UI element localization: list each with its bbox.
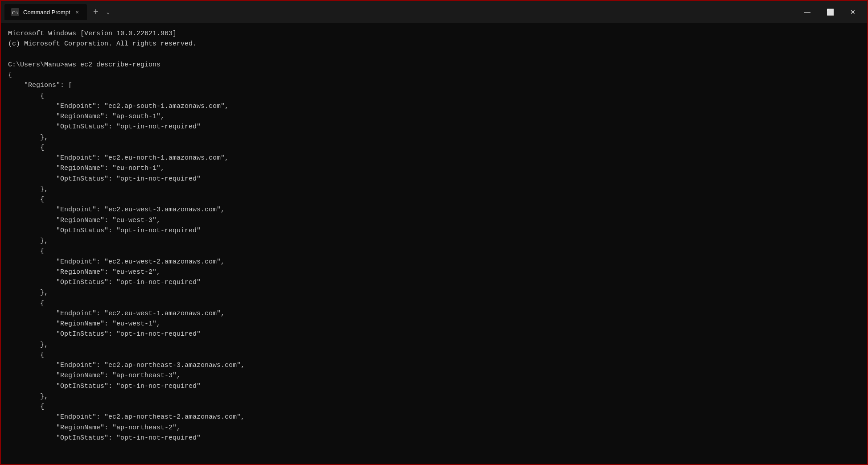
tab-title: Command Prompt — [23, 9, 70, 16]
terminal-output: Microsoft Windows [Version 10.0.22621.96… — [8, 29, 860, 443]
maximize-button[interactable]: ⬜ — [819, 5, 842, 19]
svg-text:C:\: C:\ — [12, 10, 18, 15]
tab-close-button[interactable]: ✕ — [74, 8, 80, 16]
active-tab[interactable]: C:\ Command Prompt ✕ — [4, 4, 87, 20]
cmd-icon: C:\ — [11, 8, 20, 16]
window: C:\ Command Prompt ✕ + ⌄ — ⬜ ✕ Microsoft… — [0, 0, 868, 465]
new-tab-button[interactable]: + — [91, 7, 101, 17]
titlebar-left: C:\ Command Prompt ✕ + ⌄ — [4, 4, 796, 20]
dropdown-button[interactable]: ⌄ — [105, 9, 111, 16]
window-controls: — ⬜ ✕ — [796, 5, 864, 19]
close-button[interactable]: ✕ — [842, 5, 864, 19]
minimize-button[interactable]: — — [796, 5, 819, 19]
titlebar: C:\ Command Prompt ✕ + ⌄ — ⬜ ✕ — [1, 1, 867, 23]
terminal-body[interactable]: Microsoft Windows [Version 10.0.22621.96… — [1, 23, 867, 464]
